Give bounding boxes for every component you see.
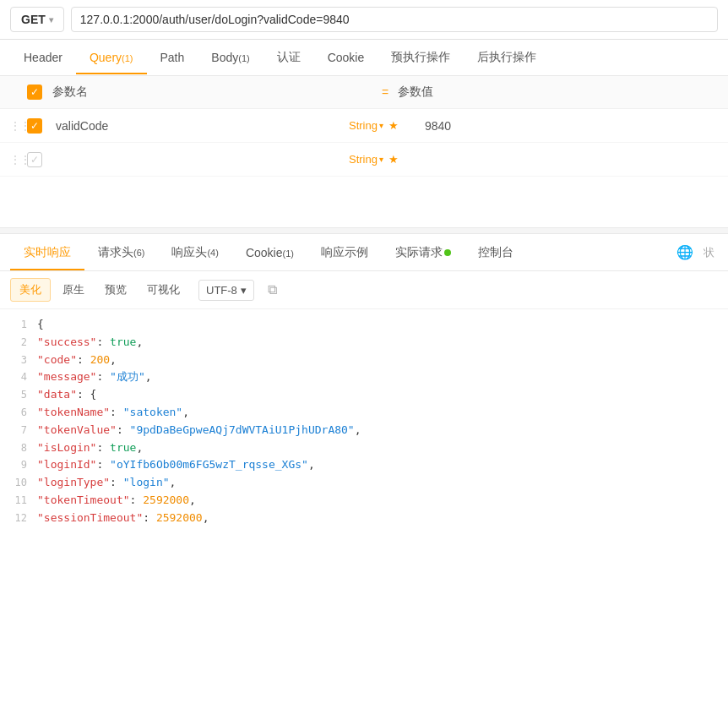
json-line: 12 "sessionTimeout": 2592000,	[0, 510, 728, 527]
params-table-header: ✓ 参数名 = 参数值	[0, 76, 728, 109]
json-line: 3 "code": 200,	[0, 352, 728, 369]
status-label: 状	[700, 235, 718, 270]
raw-button[interactable]: 原生	[54, 279, 93, 301]
json-line: 10 "loginType": "login",	[0, 474, 728, 492]
json-line: 4 "message": "成功",	[0, 368, 728, 386]
preview-button[interactable]: 预览	[96, 279, 135, 301]
required-star-1: ★	[388, 119, 399, 132]
select-all-checkbox[interactable]: ✓	[27, 85, 42, 100]
params-section: ✓ 参数名 = 参数值 ⋮⋮ ✓ validCode String ▾ ★ 98…	[0, 76, 728, 177]
drag-handle-icon[interactable]: ⋮⋮	[10, 120, 27, 132]
beautify-button[interactable]: 美化	[10, 278, 51, 302]
encoding-select[interactable]: UTF-8 ▾	[198, 280, 254, 301]
tab-response-example[interactable]: 响应示例	[307, 235, 382, 270]
param-checkbox-1[interactable]: ✓	[27, 118, 42, 134]
tab-cookie[interactable]: Cookie(1)	[232, 236, 307, 270]
json-line: 5 "data": {	[0, 386, 728, 404]
table-row: ⋮⋮ ✓ validCode String ▾ ★ 9840	[0, 109, 728, 143]
tab-console[interactable]: 控制台	[465, 235, 527, 270]
tab-response-headers[interactable]: 响应头(4)	[158, 235, 231, 270]
param-name-header: 参数名	[52, 85, 372, 100]
main-tabs: Header Query(1) Path Body(1) 认证 Cookie 预…	[0, 40, 728, 76]
param-name-1[interactable]: validCode	[52, 119, 349, 133]
tab-path[interactable]: Path	[147, 41, 198, 74]
type-chevron-icon: ▾	[379, 155, 383, 164]
tab-pre-action[interactable]: 预执行操作	[378, 40, 464, 75]
tab-cookie[interactable]: Cookie	[314, 41, 378, 74]
response-tabs: 实时响应 请求头(6) 响应头(4) Cookie(1) 响应示例 实际请求 控…	[0, 234, 728, 271]
tab-body[interactable]: Body(1)	[198, 41, 263, 74]
required-star-2: ★	[388, 153, 399, 166]
param-checkbox-col: ✓	[27, 152, 52, 167]
json-line: 7 "tokenValue": "9pdDaBeGpweAQj7dWVTAiU1…	[0, 422, 728, 439]
url-input[interactable]	[71, 7, 718, 32]
param-checkbox-col: ✓	[27, 118, 52, 134]
json-display: 1{2 "success": true,3 "code": 200,4 "mes…	[0, 309, 728, 534]
section-divider	[0, 227, 728, 234]
url-bar: GET ▾	[0, 0, 728, 40]
param-value-header: 参数值	[398, 85, 718, 100]
tab-realtime[interactable]: 实时响应	[10, 235, 84, 270]
format-bar: 美化 原生 预览 可视化 UTF-8 ▾ ⧉	[0, 271, 728, 309]
table-row: ⋮⋮ ✓ String ▾ ★	[0, 143, 728, 177]
tab-auth[interactable]: 认证	[263, 40, 314, 75]
json-line: 1{	[0, 316, 728, 334]
tab-query[interactable]: Query(1)	[76, 41, 147, 74]
json-line: 8 "isLogin": true,	[0, 439, 728, 457]
tab-header[interactable]: Header	[10, 41, 76, 74]
visualize-button[interactable]: 可视化	[139, 279, 188, 301]
check-header: ✓	[27, 85, 52, 100]
method-chevron-icon: ▾	[49, 15, 53, 25]
json-line: 2 "success": true,	[0, 334, 728, 352]
method-label: GET	[21, 13, 46, 26]
json-line: 11 "tokenTimeout": 2592000,	[0, 492, 728, 510]
globe-icon: 🌐	[670, 234, 700, 270]
json-line: 6 "tokenName": "satoken",	[0, 404, 728, 422]
copy-button[interactable]: ⧉	[261, 279, 284, 301]
tab-request-headers[interactable]: 请求头(6)	[84, 235, 158, 270]
eq-header: =	[372, 85, 398, 99]
tab-actual-request[interactable]: 实际请求	[382, 235, 465, 270]
drag-handle-icon[interactable]: ⋮⋮	[10, 154, 27, 166]
param-type-1[interactable]: String ▾ ★	[349, 119, 425, 132]
response-section: 实时响应 请求头(6) 响应头(4) Cookie(1) 响应示例 实际请求 控…	[0, 234, 728, 534]
param-value-1[interactable]: 9840	[425, 119, 718, 133]
status-dot	[444, 249, 451, 256]
tab-post-action[interactable]: 后执行操作	[464, 40, 550, 75]
type-chevron-icon: ▾	[379, 121, 383, 130]
method-select[interactable]: GET ▾	[10, 7, 64, 32]
json-line: 9 "loginId": "oYIfb6Ob00m6FG5wzT_rqsse_X…	[0, 456, 728, 474]
param-checkbox-2[interactable]: ✓	[27, 152, 42, 167]
param-type-2[interactable]: String ▾ ★	[349, 153, 425, 166]
